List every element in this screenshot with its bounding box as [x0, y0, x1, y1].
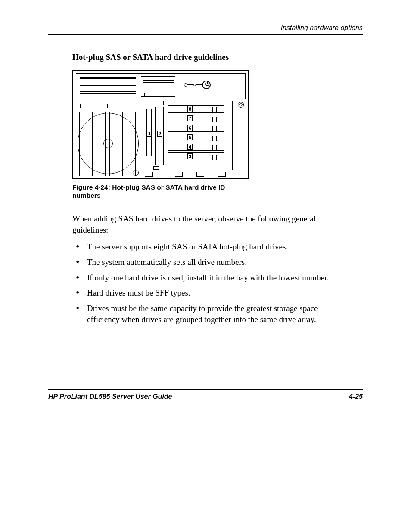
footer-page-number: 4-25 — [349, 393, 363, 401]
figure-diagram: ⏻ 1 — [72, 70, 249, 179]
chassis-feet — [76, 171, 246, 177]
drive-slot: 3 — [168, 152, 224, 160]
page-footer: HP ProLiant DL585 Server User Guide 4-25 — [48, 389, 363, 401]
drive-slot: 6 — [168, 124, 224, 132]
list-item: Hard drives must be SFF types. — [72, 287, 348, 299]
fan-grill — [77, 103, 141, 176]
page-header: Installing hardware options — [48, 24, 363, 35]
drive-bay-1: 1 — [145, 107, 153, 165]
drive-slot: 4 — [168, 143, 224, 151]
section-heading: Hot-plug SAS or SATA hard drive guidelin… — [72, 53, 363, 62]
intro-paragraph: When adding SAS hard drives to the serve… — [72, 213, 348, 235]
locator-screw-icon — [238, 102, 244, 108]
led-icon — [184, 83, 187, 87]
guidelines-list: The server supports eight SAS or SATA ho… — [72, 241, 348, 325]
figure-caption: Figure 4-24: Hot-plug SAS or SATA hard d… — [72, 184, 245, 199]
list-item: The system automatically sets all drive … — [72, 257, 348, 268]
led-icon — [193, 84, 196, 86]
drive-slot: 8 — [168, 105, 224, 113]
list-item: If only one hard drive is used, install … — [72, 272, 348, 283]
drive-slot: 5 — [168, 134, 224, 141]
footer-title: HP ProLiant DL585 Server User Guide — [48, 393, 172, 401]
drive-slot: 7 — [168, 115, 224, 122]
chassis-top-panel: ⏻ — [76, 73, 246, 99]
drive-bay-2: 2 — [155, 107, 164, 165]
list-item: Drives must be the same capacity to prov… — [72, 303, 348, 325]
list-item: The server supports eight SAS or SATA ho… — [72, 241, 348, 252]
